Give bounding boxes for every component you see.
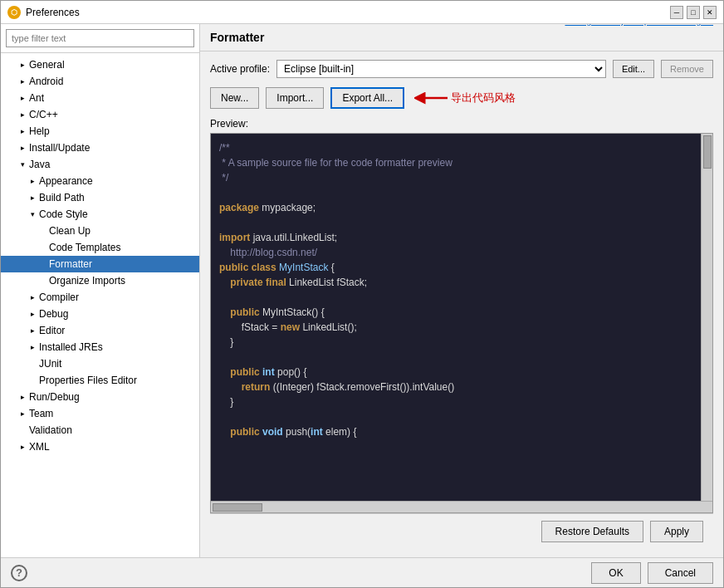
tree-item-organizeimports[interactable]: Organize Imports bbox=[1, 272, 199, 289]
scroll-thumb-v[interactable] bbox=[703, 135, 712, 169]
tree-label: Java bbox=[29, 159, 50, 170]
tree-item-propfilesedit[interactable]: Properties Files Editor bbox=[1, 372, 199, 389]
code-line: public void push(int elem) { bbox=[219, 424, 692, 439]
tree-label: Team bbox=[29, 408, 53, 419]
tree-container: General Android Ant C/C++ Help bbox=[1, 53, 199, 557]
tree-label: XML bbox=[29, 441, 50, 453]
tree-item-team[interactable]: Team bbox=[1, 405, 199, 422]
tree-label: Properties Files Editor bbox=[39, 375, 137, 386]
scroll-thumb-h[interactable] bbox=[213, 503, 262, 512]
close-button[interactable]: ✕ bbox=[703, 6, 717, 19]
remove-button[interactable]: Remove bbox=[661, 60, 713, 78]
horizontal-scrollbar[interactable] bbox=[211, 501, 712, 512]
tree-item-compiler[interactable]: Compiler bbox=[1, 289, 199, 306]
code-line: } bbox=[219, 335, 692, 350]
tree-arrow bbox=[17, 143, 27, 153]
tree-item-formatter[interactable]: Formatter bbox=[1, 256, 199, 272]
tree-arrow bbox=[37, 243, 47, 252]
code-line bbox=[219, 350, 692, 365]
tree-arrow bbox=[17, 425, 27, 435]
tree-item-help[interactable]: Help bbox=[1, 123, 199, 140]
window-controls: ─ □ ✕ bbox=[670, 6, 717, 19]
tree-item-codetemplates[interactable]: Code Templates bbox=[1, 239, 199, 256]
code-line: private final LinkedList fStack; bbox=[219, 275, 692, 290]
help-button[interactable]: ? bbox=[11, 565, 27, 581]
code-line bbox=[219, 185, 692, 200]
code-line bbox=[219, 409, 692, 424]
tree-item-junit[interactable]: JUnit bbox=[1, 355, 199, 372]
title-bar: ⬡ Preferences ─ □ ✕ bbox=[1, 1, 723, 24]
code-preview-inner: /** * A sample source file for the code … bbox=[211, 134, 712, 501]
maximize-button[interactable]: □ bbox=[687, 6, 700, 19]
tree-arrow bbox=[27, 309, 37, 319]
app-icon: ⬡ bbox=[7, 6, 21, 19]
tree-arrow bbox=[17, 126, 27, 136]
profile-select[interactable]: Eclipse [built-in] bbox=[276, 60, 606, 78]
tree-label: Editor bbox=[39, 325, 65, 336]
tree-arrow bbox=[17, 110, 27, 120]
tree-item-buildpath[interactable]: Build Path bbox=[1, 189, 199, 206]
tree-arrow bbox=[17, 442, 27, 452]
code-line: http://blog.csdn.net/ bbox=[219, 245, 692, 260]
tree-item-appearance[interactable]: Appearance bbox=[1, 173, 199, 189]
tree-item-editor[interactable]: Editor bbox=[1, 322, 199, 339]
profile-label: Active profile: bbox=[210, 63, 270, 75]
code-line: */ bbox=[219, 170, 692, 185]
tree-item-codestyle[interactable]: Code Style bbox=[1, 206, 199, 223]
restore-defaults-button[interactable]: Restore Defaults bbox=[541, 521, 643, 542]
tree-item-general[interactable]: General bbox=[1, 56, 199, 73]
tree-item-cpp[interactable]: C/C++ bbox=[1, 106, 199, 123]
annotation-text: 导出代码风格 bbox=[451, 91, 516, 105]
tree-label: General bbox=[29, 59, 65, 71]
tree-arrow-codestyle bbox=[27, 209, 37, 219]
code-line: * A sample source file for the code form… bbox=[219, 155, 692, 170]
vertical-scrollbar[interactable] bbox=[701, 134, 712, 501]
tree-label: Help bbox=[29, 125, 50, 137]
cancel-button[interactable]: Cancel bbox=[648, 562, 713, 584]
search-input[interactable] bbox=[6, 29, 194, 47]
panel-title: Formatter bbox=[210, 31, 264, 44]
tree-label: Android bbox=[29, 76, 63, 87]
annotation-container: 导出代码风格 bbox=[414, 86, 516, 110]
ok-button[interactable]: OK bbox=[591, 562, 640, 584]
export-button[interactable]: Export All... bbox=[330, 87, 404, 109]
tree-item-installedjres[interactable]: Installed JREs bbox=[1, 339, 199, 355]
panel-body: Active profile: Eclipse [built-in] Edit.… bbox=[200, 51, 723, 557]
sidebar: General Android Ant C/C++ Help bbox=[1, 24, 200, 557]
panel-header: Formatter Configure Project Specific Set… bbox=[200, 24, 723, 51]
tree-arrow bbox=[27, 375, 37, 385]
tree-label: Debug bbox=[39, 308, 68, 320]
tree-arrow bbox=[27, 176, 37, 186]
tree-label: Ant bbox=[29, 92, 44, 104]
tree-item-xml[interactable]: XML bbox=[1, 439, 199, 455]
code-preview[interactable]: /** * A sample source file for the code … bbox=[211, 134, 701, 501]
configure-link[interactable]: Configure Project Specific Settings... bbox=[565, 24, 713, 26]
tree-arrow bbox=[27, 292, 37, 302]
apply-button[interactable]: Apply bbox=[650, 521, 703, 542]
tree-item-validation[interactable]: Validation bbox=[1, 422, 199, 439]
minimize-button[interactable]: ─ bbox=[670, 6, 683, 19]
code-line: public MyIntStack() { bbox=[219, 305, 692, 320]
tree-item-android[interactable]: Android bbox=[1, 73, 199, 90]
tree-item-ant[interactable]: Ant bbox=[1, 90, 199, 106]
code-line bbox=[219, 290, 692, 305]
tree-item-java[interactable]: Java bbox=[1, 156, 199, 173]
tree-label: Validation bbox=[29, 424, 72, 436]
preview-label: Preview: bbox=[210, 118, 713, 130]
tree-item-debug[interactable]: Debug bbox=[1, 306, 199, 322]
tree-arrow bbox=[27, 326, 37, 336]
tree-label: Install/Update bbox=[29, 142, 90, 154]
tree-item-install[interactable]: Install/Update bbox=[1, 140, 199, 156]
code-line: /** bbox=[219, 140, 692, 155]
edit-button[interactable]: Edit... bbox=[613, 60, 654, 78]
code-line: public class MyIntStack { bbox=[219, 260, 692, 275]
import-button[interactable]: Import... bbox=[266, 87, 324, 109]
tree-label: C/C++ bbox=[29, 109, 58, 120]
new-button[interactable]: New... bbox=[210, 87, 259, 109]
title-bar-left: ⬡ Preferences bbox=[7, 6, 80, 19]
profile-row: Active profile: Eclipse [built-in] Edit.… bbox=[210, 60, 713, 78]
tree-item-rundebug[interactable]: Run/Debug bbox=[1, 389, 199, 405]
tree-item-cleanup[interactable]: Clean Up bbox=[1, 223, 199, 239]
preferences-window: ⬡ Preferences ─ □ ✕ General Andro bbox=[0, 0, 724, 588]
code-line bbox=[219, 215, 692, 230]
